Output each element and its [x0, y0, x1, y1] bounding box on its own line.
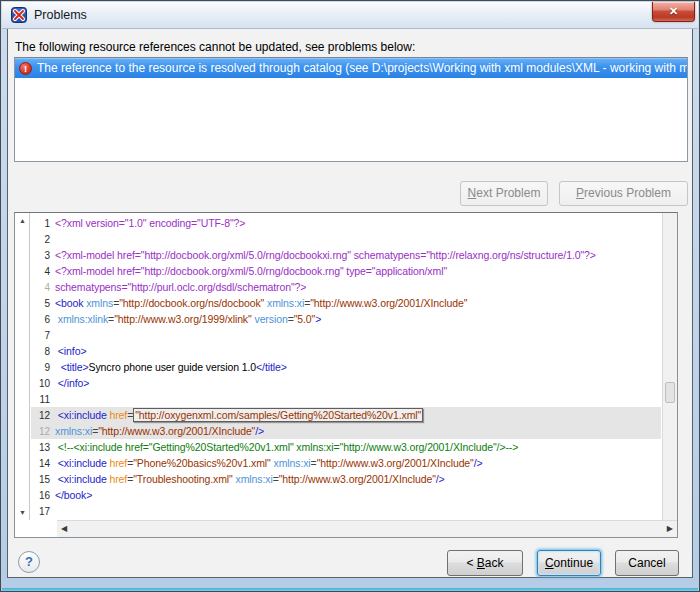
previous-problem-button[interactable]: Previous Problem [559, 181, 688, 206]
window-title: Problems [34, 8, 87, 22]
horizontal-scrollbar[interactable]: ◀ ▶ [57, 520, 677, 537]
line-number: 5 [31, 298, 55, 309]
xml-code-editor[interactable]: ▲ ▼ 1<?xml version="1.0" encoding="UTF-8… [14, 212, 678, 538]
next-problem-button[interactable]: Next Problem [460, 181, 548, 206]
back-button[interactable]: < Back [447, 550, 523, 576]
code-line: 14 <xi:include href="Phone%20basics%20v1… [31, 455, 661, 471]
line-number: 7 [31, 330, 55, 341]
close-button[interactable]: ✕ [652, 2, 695, 22]
editor-fold-strip: ▲ ▼ [15, 213, 30, 520]
code-line: 2 [31, 231, 661, 247]
code-line: 11 [31, 391, 661, 407]
instruction-label: The following resource references cannot… [15, 40, 415, 54]
code-line: 1<?xml version="1.0" encoding="UTF-8"?> [31, 215, 661, 231]
help-button[interactable]: ? [18, 551, 40, 573]
code-line: 13 <!--<xi:include href="Getting%20Start… [31, 439, 661, 455]
code-line: 15 <xi:include href="Troubleshooting.xml… [31, 471, 661, 487]
scroll-down-icon[interactable]: ▼ [15, 508, 30, 518]
line-number: 9 [31, 362, 55, 373]
line-number: 16 [31, 490, 55, 501]
line-number: 1 [31, 218, 55, 229]
code-line: 6 xmlns:xlink="http://www.w3.org/1999/xl… [31, 311, 661, 327]
line-number: 12 [31, 410, 55, 421]
line-number: 17 [31, 506, 55, 517]
problems-list[interactable]: ! The reference to the resource is resol… [14, 57, 688, 162]
close-icon: ✕ [669, 5, 678, 17]
code-line: 8 <info> [31, 343, 661, 359]
line-number: 14 [31, 458, 55, 469]
scroll-up-icon[interactable]: ▲ [15, 216, 30, 226]
code-line: 7 [31, 327, 661, 343]
cancel-button[interactable]: Cancel [615, 550, 679, 576]
code-line: 10 </info> [31, 375, 661, 391]
scroll-right-icon[interactable]: ▶ [667, 521, 673, 537]
problem-item-selected[interactable]: ! The reference to the resource is resol… [15, 58, 687, 78]
dialog-window: Problems ✕ The following resource refere… [0, 0, 700, 592]
help-icon: ? [25, 554, 33, 569]
line-number: 2 [31, 234, 55, 245]
line-number: 11 [31, 394, 55, 405]
oxygen-app-icon [11, 7, 27, 23]
line-number: 4 [31, 282, 55, 293]
code-line: 17 [31, 503, 661, 519]
code-line: 5<book xmlns="http://docbook.org/ns/docb… [31, 295, 661, 311]
code-line: 12xmlns:xi="http://www.w3.org/2001/XIncl… [31, 423, 661, 439]
line-number: 12 [31, 426, 55, 437]
line-number: 6 [31, 314, 55, 325]
line-number: 13 [31, 442, 55, 453]
error-icon: ! [19, 62, 32, 75]
code-lines: 1<?xml version="1.0" encoding="UTF-8"?>2… [31, 215, 661, 520]
scroll-left-icon[interactable]: ◀ [61, 521, 67, 537]
vertical-scrollbar[interactable] [662, 213, 677, 520]
line-number: 10 [31, 378, 55, 389]
title-bar[interactable]: Problems [2, 2, 698, 29]
line-number: 8 [31, 346, 55, 357]
code-line: 9 <title>Syncro phone user guide version… [31, 359, 661, 375]
problem-text: The reference to the resource is resolve… [37, 61, 687, 75]
code-line: 4<?xml-model href="http://docbook.org/xm… [31, 263, 661, 279]
vertical-scrollbar-thumb[interactable] [665, 382, 675, 403]
line-number: 3 [31, 250, 55, 261]
code-line: 12 <xi:include href="http://oxygenxml.co… [31, 407, 661, 423]
continue-button[interactable]: Continue [537, 550, 601, 576]
line-number: 15 [31, 474, 55, 485]
code-line: 4schematypens="http://purl.oclc.org/dsdl… [31, 279, 661, 295]
code-line: 16</book> [31, 487, 661, 503]
line-number: 4 [31, 266, 55, 277]
code-line: 3<?xml-model href="http://docbook.org/xm… [31, 247, 661, 263]
